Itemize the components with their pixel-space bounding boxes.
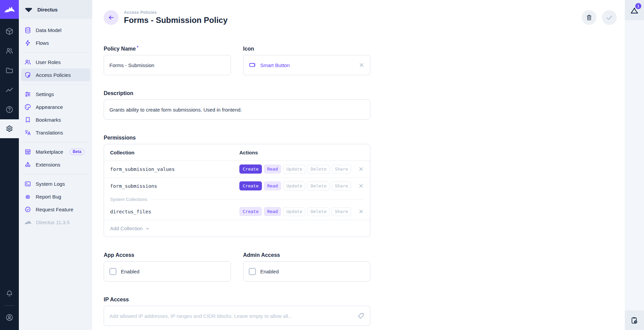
page-title: Forms - Submission Policy xyxy=(124,16,228,25)
permissions-header-row: Collection Actions xyxy=(104,144,370,161)
tune-icon xyxy=(24,91,31,98)
lightning-icon xyxy=(24,39,31,47)
files-module-icon[interactable] xyxy=(0,61,19,80)
extensions-icon xyxy=(24,161,31,168)
description-label: Description xyxy=(104,90,372,96)
header-actions xyxy=(582,10,617,25)
smart-button-icon xyxy=(249,61,257,69)
nav-item-appearance[interactable]: Appearance xyxy=(21,100,90,113)
remove-collection-x[interactable] xyxy=(358,166,364,172)
admin-access-toggle[interactable]: Enabled xyxy=(243,261,370,281)
update-permission-badge[interactable]: Update xyxy=(283,207,305,216)
breadcrumb[interactable]: Access Policies xyxy=(124,10,228,15)
checkbox-unchecked-icon[interactable] xyxy=(109,268,116,275)
share-permission-badge[interactable]: Share xyxy=(332,182,351,190)
create-permission-badge[interactable]: Create xyxy=(239,207,262,216)
create-permission-badge[interactable]: Create xyxy=(239,181,262,190)
project-name: Directus xyxy=(37,7,58,12)
icon-value: Smart Button xyxy=(260,62,290,68)
permissions-label: Permissions xyxy=(104,135,372,141)
rabbit-mini-icon xyxy=(24,219,32,225)
title-block: Access Policies Forms - Submission Polic… xyxy=(124,10,228,25)
database-icon xyxy=(24,27,31,34)
icon-label: Icon xyxy=(243,46,370,52)
nav-item-request-feature[interactable]: Request Feature xyxy=(21,203,90,216)
read-permission-badge[interactable]: Read xyxy=(264,164,281,174)
back-button[interactable] xyxy=(104,10,118,25)
remove-collection-x[interactable] xyxy=(358,183,364,189)
system-collections-divider: System Collections xyxy=(104,194,370,203)
share-permission-badge[interactable]: Share xyxy=(332,207,351,216)
notifications-tray-button[interactable]: 1 xyxy=(625,0,644,20)
ip-access-label: IP Access xyxy=(104,297,372,303)
seal-check-icon xyxy=(24,206,31,213)
module-bar-divider xyxy=(4,305,14,306)
app-access-toggle[interactable]: Enabled xyxy=(104,261,231,281)
delete-button[interactable] xyxy=(582,10,597,25)
nav-item-access-policies[interactable]: Access Policies xyxy=(21,68,90,81)
share-permission-badge[interactable]: Share xyxy=(332,165,351,174)
nav-item-translations[interactable]: Translations xyxy=(21,126,90,139)
create-permission-badge[interactable]: Create xyxy=(239,164,262,174)
permission-row: form_submission_values Create Read Updat… xyxy=(104,161,370,178)
description-input[interactable]: Grants ability to create form submission… xyxy=(104,99,370,120)
user-roles-icon xyxy=(24,59,31,66)
collection-column-header: Collection xyxy=(110,150,239,155)
delete-permission-badge[interactable]: Delete xyxy=(307,182,330,190)
terminal-icon xyxy=(24,180,31,187)
nav-divider xyxy=(23,142,88,142)
policy-name-field: Policy Name* xyxy=(104,46,231,75)
nav-item-user-roles[interactable]: User Roles xyxy=(21,56,90,68)
nav-divider xyxy=(23,174,88,174)
read-permission-badge[interactable]: Read xyxy=(264,207,281,216)
icon-select[interactable]: Smart Button xyxy=(243,55,370,75)
directus-logo[interactable] xyxy=(0,0,19,19)
settings-nav-panel: Directus Data Model Flows User Roles Acc… xyxy=(19,0,92,330)
directus-rabbit-icon xyxy=(4,5,15,14)
policy-form: Policy Name* Icon Smart Button xyxy=(92,25,372,330)
nav-item-flows[interactable]: Flows xyxy=(21,36,90,49)
insights-module-icon[interactable] xyxy=(0,80,19,100)
save-button[interactable] xyxy=(602,10,617,25)
clear-icon-x[interactable] xyxy=(359,62,365,68)
checkbox-unchecked-icon[interactable] xyxy=(249,268,256,275)
nav-item-data-model[interactable]: Data Model xyxy=(21,24,90,36)
notification-count-badge: 1 xyxy=(635,3,641,9)
delete-permission-badge[interactable]: Delete xyxy=(307,207,330,216)
remove-collection-x[interactable] xyxy=(358,209,364,214)
content-module-icon[interactable] xyxy=(0,22,19,41)
permission-row: directus_files Create Read Update Delete… xyxy=(104,203,370,220)
permissions-table: Collection Actions form_submission_value… xyxy=(104,144,370,237)
activity-drawer-button[interactable] xyxy=(625,310,644,330)
account-icon[interactable] xyxy=(0,308,19,327)
nav-item-system-logs[interactable]: System Logs xyxy=(21,177,90,190)
read-permission-badge[interactable]: Read xyxy=(264,181,281,190)
actions-column-header: Actions xyxy=(239,150,258,155)
nav-item-marketplace[interactable]: Marketplace Beta xyxy=(21,145,90,158)
nav-item-extensions[interactable]: Extensions xyxy=(21,158,90,171)
page-header: Access Policies Forms - Submission Polic… xyxy=(92,0,625,25)
update-permission-badge[interactable]: Update xyxy=(283,165,305,174)
app-access-label: App Access xyxy=(104,252,231,258)
policy-name-input[interactable] xyxy=(109,62,225,68)
settings-module-icon[interactable] xyxy=(0,119,19,138)
project-switcher[interactable]: Directus xyxy=(19,0,92,19)
update-permission-badge[interactable]: Update xyxy=(283,182,305,190)
delete-permission-badge[interactable]: Delete xyxy=(307,165,330,174)
tag-icon[interactable] xyxy=(357,312,365,320)
clipboard-clock-icon xyxy=(630,316,639,325)
nav-item-settings[interactable]: Settings xyxy=(21,88,90,100)
bug-icon xyxy=(24,193,31,200)
nav-item-report-bug[interactable]: Report Bug xyxy=(21,190,90,203)
nav-item-bookmarks[interactable]: Bookmarks xyxy=(21,113,90,126)
check-icon xyxy=(605,13,613,22)
nav-divider xyxy=(23,84,88,85)
users-module-icon[interactable] xyxy=(0,41,19,61)
docs-module-icon[interactable] xyxy=(0,100,19,119)
ip-access-input[interactable] xyxy=(109,313,357,319)
notifications-bell-icon[interactable] xyxy=(0,284,19,303)
admin-access-field: Admin Access Enabled xyxy=(243,252,370,281)
module-bar xyxy=(0,0,19,330)
add-collection-button[interactable]: Add Collection xyxy=(104,220,370,237)
trash-icon xyxy=(585,14,593,21)
